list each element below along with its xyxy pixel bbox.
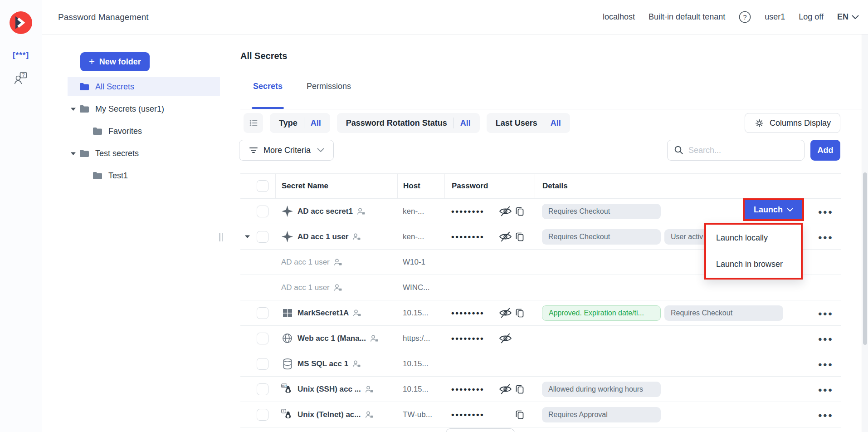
table-header-row: Secret NameHostPasswordDetails bbox=[240, 173, 841, 199]
person-icon bbox=[370, 334, 379, 343]
secret-name: Web acc 1 (Mana... bbox=[297, 334, 366, 343]
ad-icon bbox=[281, 205, 293, 217]
row-expand-caret[interactable] bbox=[240, 235, 254, 239]
new-folder-button[interactable]: + New folder bbox=[80, 52, 150, 71]
add-button[interactable]: Add bbox=[810, 140, 840, 161]
host-value: ken-... bbox=[397, 232, 444, 241]
vertical-scrollbar[interactable] bbox=[862, 34, 868, 432]
copy-icon[interactable] bbox=[512, 409, 527, 420]
copy-icon[interactable] bbox=[512, 231, 527, 242]
filter-value[interactable]: All bbox=[551, 118, 561, 128]
copy-icon[interactable] bbox=[512, 307, 527, 319]
scrollbar-thumb[interactable] bbox=[863, 172, 867, 345]
row-more-button[interactable]: ●●● bbox=[818, 207, 833, 215]
panel-resize-handle[interactable] bbox=[219, 233, 223, 241]
sidebar-item-test1[interactable]: Test1 bbox=[68, 166, 220, 185]
filter-label: Password Rotation Status bbox=[346, 118, 447, 128]
row-checkbox[interactable] bbox=[257, 383, 268, 395]
eye-off-icon[interactable] bbox=[498, 333, 512, 344]
table-row-web-acc-1-mana[interactable]: Web acc 1 (Mana...https:/...••••••••●●● bbox=[240, 326, 841, 351]
table-row-unix-telnet-ac[interactable]: >Unix (Telnet) ac...TW-ub...••••••••Requ… bbox=[240, 402, 841, 427]
menu-item-launch-locally[interactable]: Launch locally bbox=[706, 225, 801, 251]
header-details: Details bbox=[535, 174, 841, 198]
row-checkbox[interactable] bbox=[257, 358, 268, 370]
passwords-nav-icon[interactable]: [***] bbox=[13, 51, 29, 60]
folder-icon bbox=[79, 83, 89, 91]
copy-icon[interactable] bbox=[512, 206, 527, 217]
copy-icon[interactable] bbox=[512, 383, 527, 395]
password-mask: •••••••• bbox=[451, 206, 498, 216]
status-badge: Requires Checkout bbox=[542, 204, 661, 219]
launch-button[interactable]: Launch bbox=[745, 200, 802, 219]
svg-text:?: ? bbox=[22, 73, 25, 78]
person-icon bbox=[357, 207, 366, 216]
language-selector[interactable]: EN bbox=[837, 12, 859, 22]
row-more-button[interactable]: ●●● bbox=[818, 411, 833, 418]
search-input[interactable] bbox=[688, 146, 798, 155]
sidebar-item-all-secrets[interactable]: All Secrets bbox=[68, 77, 220, 96]
filter-chip-last-users[interactable]: Last UsersAll bbox=[487, 113, 570, 133]
filter-chip-type[interactable]: TypeAll bbox=[270, 113, 330, 133]
select-all-checkbox[interactable] bbox=[257, 180, 268, 192]
table-row-unix-ssh-acc[interactable]: SSHUnix (SSH) acc ...10.15...••••••••All… bbox=[240, 377, 841, 402]
sidebar-item-my-secrets-user1[interactable]: My Secrets (user1) bbox=[68, 99, 220, 118]
person-icon bbox=[365, 385, 374, 393]
filter-value[interactable]: All bbox=[311, 118, 321, 128]
header-secret-name: Secret Name bbox=[275, 174, 397, 198]
row-checkbox[interactable] bbox=[257, 333, 268, 344]
caret-down-icon[interactable] bbox=[68, 107, 79, 111]
row-checkbox[interactable] bbox=[257, 409, 268, 421]
caret-down-icon[interactable] bbox=[68, 152, 79, 156]
host-value: 10.15... bbox=[397, 359, 444, 368]
password-mask: •••••••• bbox=[451, 410, 498, 420]
eye-off-icon[interactable] bbox=[498, 206, 512, 217]
folder-label: Test1 bbox=[108, 171, 128, 181]
secret-name: MarkSecret1A bbox=[297, 309, 349, 318]
table-row-ms-sql-acc-1[interactable]: MS SQL acc 110.15...●●● bbox=[240, 351, 841, 377]
app-title: Password Management bbox=[58, 12, 149, 22]
top-bar: Password Management localhost Built-in d… bbox=[42, 0, 868, 34]
sidebar-item-test-secrets[interactable]: Test secrets bbox=[68, 144, 220, 163]
row-checkbox[interactable] bbox=[257, 307, 268, 319]
row-checkbox[interactable] bbox=[257, 231, 268, 243]
host-value: ken-... bbox=[397, 207, 444, 216]
row-more-button[interactable]: ●●● bbox=[818, 233, 833, 241]
row-more-button[interactable]: ●●● bbox=[818, 385, 833, 393]
row-checkbox[interactable] bbox=[257, 206, 268, 217]
launch-dropdown-menu: Launch locallyLaunch in browser bbox=[704, 223, 803, 280]
password-mask: •••••••• bbox=[451, 232, 498, 242]
row-more-button[interactable]: ●●● bbox=[818, 360, 833, 368]
filter-chip-password-rotation-status[interactable]: Password Rotation StatusAll bbox=[337, 113, 480, 133]
status-badge: Requires Checkout bbox=[664, 305, 783, 321]
table-row-marksecret1a[interactable]: MarkSecret1A10.15...••••••••Approved. Ex… bbox=[240, 300, 841, 326]
divider bbox=[304, 118, 304, 128]
person-icon bbox=[353, 309, 361, 317]
list-view-button[interactable] bbox=[244, 113, 263, 133]
password-mask: •••••••• bbox=[451, 308, 498, 318]
row-more-button[interactable]: ●●● bbox=[818, 334, 833, 342]
folder-icon bbox=[79, 149, 89, 157]
host-value: https:/... bbox=[397, 334, 444, 343]
folder-label: All Secrets bbox=[95, 82, 134, 92]
row-more-button[interactable]: ●●● bbox=[818, 309, 833, 317]
folder-label: Test secrets bbox=[95, 149, 139, 158]
partial-element bbox=[446, 428, 515, 432]
more-criteria-button[interactable]: More Criteria bbox=[239, 140, 334, 161]
eye-off-icon[interactable] bbox=[498, 231, 512, 242]
eye-off-icon[interactable] bbox=[498, 383, 512, 395]
tab-permissions[interactable]: Permissions bbox=[307, 71, 351, 109]
sidebar-item-favorites[interactable]: Favorites bbox=[68, 122, 220, 141]
chevron-down-icon bbox=[852, 15, 859, 20]
main-content: All Secrets SecretsPermissions TypeAllPa… bbox=[227, 34, 862, 432]
tab-secrets[interactable]: Secrets bbox=[253, 71, 283, 109]
help-icon[interactable]: ? bbox=[739, 11, 751, 23]
eye-off-icon[interactable] bbox=[498, 307, 512, 319]
columns-display-button[interactable]: Columns Display bbox=[745, 113, 840, 133]
svg-text:>: > bbox=[283, 409, 284, 412]
password-mask: •••••••• bbox=[451, 384, 498, 394]
filter-value[interactable]: All bbox=[460, 118, 471, 128]
menu-item-launch-in-browser[interactable]: Launch in browser bbox=[706, 251, 801, 278]
gear-icon bbox=[754, 118, 765, 128]
user-behavior-icon[interactable]: ? bbox=[14, 72, 28, 87]
logoff-link[interactable]: Log off bbox=[799, 12, 824, 22]
